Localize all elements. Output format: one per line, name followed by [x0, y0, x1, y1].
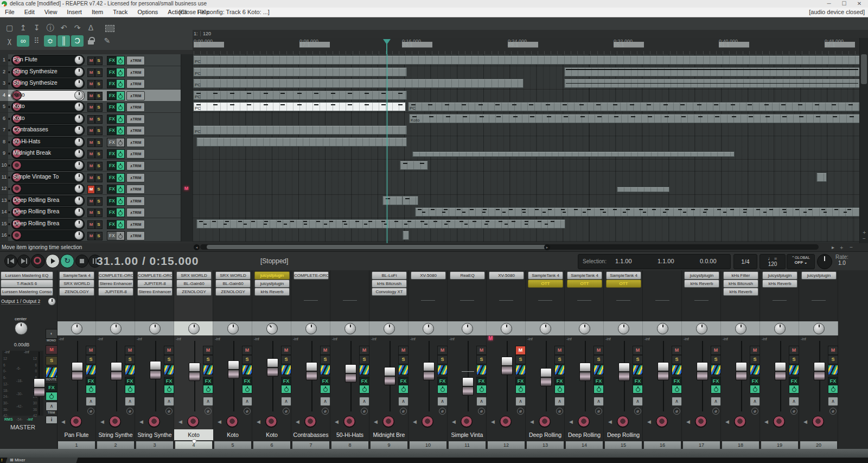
track-mute-button[interactable]: M [87, 56, 95, 65]
crossfade-icon[interactable]: χ [3, 35, 16, 47]
track-fx-button[interactable]: FX [107, 220, 125, 229]
channel-fader[interactable] [697, 362, 708, 380]
channel-pan-knob[interactable] [344, 323, 356, 334]
channel-fx-slot[interactable]: Stereo Enhancer [137, 288, 173, 296]
channel-fx-enable-button[interactable] [203, 385, 213, 394]
channel-fx-empty-slot[interactable] [694, 300, 709, 301]
track-trim-button[interactable]: ∧TRIM [126, 79, 145, 88]
channel-fx-empty-slot[interactable] [655, 300, 669, 301]
track-mute-button[interactable]: M [87, 197, 95, 206]
channel-record-arm[interactable] [187, 416, 199, 428]
channel-phase-button[interactable]: ø [322, 408, 329, 415]
channel-name[interactable]: Koto [252, 429, 291, 440]
channel-route-button[interactable] [711, 365, 721, 375]
channel-fx-slot[interactable]: kHs Bitcrush [723, 280, 758, 288]
menu-insert[interactable]: Insert [62, 8, 87, 17]
channel-pan-knob[interactable] [501, 323, 512, 334]
channel-fx-slot[interactable]: SampleTank 4 [59, 271, 94, 280]
channel-record-arm[interactable] [343, 416, 355, 428]
channel-pan-knob[interactable] [540, 323, 551, 334]
channel-name[interactable] [682, 429, 721, 440]
master-route-button[interactable] [46, 367, 58, 378]
media-item[interactable]: Koto [409, 114, 859, 123]
channel-fx-slot[interactable]: kHs Reverb [762, 280, 797, 288]
track-trim-button[interactable]: ∧TRIM [126, 173, 145, 182]
channel-mute-button[interactable]: M [633, 346, 643, 355]
mixer-channel[interactable]: juicysfpluginkHs Reverb-infMSFX∧ø◀17 [682, 270, 721, 449]
channel-record-arm[interactable] [656, 416, 668, 428]
channel-route-button[interactable] [789, 365, 799, 375]
channel-route-button[interactable] [320, 365, 330, 375]
track-fx-enable[interactable] [117, 197, 124, 205]
tempo-row[interactable]: 1: 120 [193, 30, 868, 38]
channel-record-arm[interactable] [734, 416, 746, 428]
track-fx-button[interactable]: FX [107, 208, 125, 217]
ruler-mark[interactable]: 49.10:24.000 [508, 39, 538, 45]
track-solo-button[interactable]: S [95, 80, 103, 88]
media-item[interactable] [564, 79, 859, 88]
channel-fader[interactable] [111, 362, 122, 380]
track-fx-button[interactable]: FX [107, 138, 125, 147]
channel-fx-enable-button[interactable] [476, 385, 487, 394]
record-arm-button[interactable] [12, 184, 22, 194]
track-row[interactable]: 10MSFX∧TRIM [0, 160, 181, 172]
channel-fx-slot[interactable]: BL-Gain60 [176, 280, 212, 288]
track-solo-button[interactable]: S [95, 92, 103, 100]
channel-fx-button[interactable]: FX [203, 377, 213, 385]
mixer-channel[interactable]: ReaEQ-infMSFX∧ø◀Simple Vinta11 [448, 270, 487, 449]
master-fx-enable-button[interactable] [46, 392, 58, 401]
channel-fader[interactable] [501, 357, 513, 375]
master-fx-slot[interactable]: Lurssen Mastering EQ [1, 271, 53, 280]
channel-number[interactable]: 18 [722, 441, 759, 449]
channel-fx-slot[interactable]: SRX WORLD [176, 271, 212, 280]
track-fx-enable[interactable] [117, 162, 124, 170]
timeline-ruler[interactable]: 1.10:00.00017.10:08.00033.10:16.00049.10… [193, 38, 868, 55]
menu-track[interactable]: Track [108, 8, 132, 17]
ruler-mark[interactable]: 1.10:00.000 [194, 39, 224, 45]
channel-number[interactable]: 2 [97, 441, 134, 449]
track-trim-button[interactable]: ∧TRIM [126, 208, 145, 217]
channel-mute-button[interactable]: M [828, 346, 838, 355]
channel-record-arm[interactable] [109, 416, 121, 428]
track-fx-enable[interactable] [117, 220, 124, 229]
channel-fx-slot[interactable]: Stereo Enhancer [98, 280, 133, 288]
mixer-channel[interactable]: SampleTank 4OTT-infMSFX∧ø◀Deep Rolling14 [565, 270, 604, 449]
channel-route-button[interactable] [515, 365, 526, 375]
channel-fx-empty-slot[interactable] [343, 300, 357, 301]
mixer-channel[interactable]: SampleTank 4OTT-infMSFX∧ø◀Deep Rolling13 [526, 270, 565, 449]
track-mute-button[interactable]: M [87, 220, 95, 229]
channel-fx-button[interactable]: FX [711, 377, 721, 385]
channel-name[interactable] [760, 429, 799, 440]
channel-fx-button[interactable]: FX [86, 377, 96, 385]
channel-fx-slot[interactable]: SRX WORLD [215, 271, 251, 280]
channel-pan-knob[interactable] [735, 323, 746, 334]
master-label[interactable]: MASTER [0, 424, 46, 430]
channel-fx-slot[interactable]: ReaEQ [450, 271, 485, 280]
track-pan-knob[interactable] [74, 173, 84, 182]
channel-mute-button[interactable]: M [398, 346, 409, 355]
track-fx-button[interactable]: FX [107, 56, 125, 65]
channel-solo-button[interactable]: S [281, 355, 291, 364]
channel-record-arm[interactable] [578, 416, 590, 428]
channel-record-arm[interactable] [695, 416, 707, 428]
track-solo-button[interactable]: S [95, 232, 103, 240]
menu-item[interactable]: Item [87, 8, 108, 17]
channel-pan-knob[interactable] [264, 321, 280, 337]
arrange-lane[interactable] [193, 160, 859, 172]
channel-fx-empty-slot[interactable] [812, 300, 826, 301]
channel-fx-empty-slot[interactable] [577, 300, 591, 301]
channel-number[interactable]: 10 [410, 441, 446, 449]
channel-number[interactable]: 11 [449, 441, 486, 449]
channel-fx-slot[interactable]: SampleTank 4 [528, 271, 563, 280]
track-solo-button[interactable]: S [95, 68, 103, 77]
go-to-end-button[interactable] [17, 255, 30, 268]
channel-fx-slot[interactable]: juicysfplugin [801, 271, 837, 280]
channel-route-button[interactable] [437, 365, 448, 375]
track-solo-button[interactable]: S [95, 197, 103, 206]
track-trim-button[interactable]: ∧TRIM [126, 126, 145, 135]
rate-value[interactable]: 1.0 [835, 260, 848, 266]
channel-fx-empty-slot[interactable] [616, 300, 630, 301]
track-fx-enable[interactable] [117, 126, 124, 135]
track-solo-button[interactable]: S [95, 174, 103, 182]
arrange-lane[interactable] [193, 195, 859, 207]
